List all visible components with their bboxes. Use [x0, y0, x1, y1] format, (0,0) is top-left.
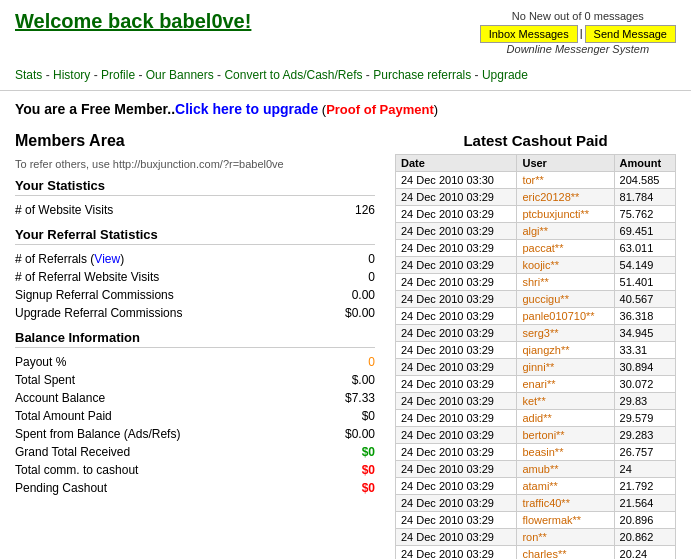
user-cell: adid**: [517, 410, 614, 427]
message-status: No New out of 0 messages: [480, 10, 676, 22]
date-cell: 24 Dec 2010 03:29: [396, 512, 517, 529]
total-comm-label: Total comm. to cashout: [15, 463, 138, 477]
user-cell: bertoni**: [517, 427, 614, 444]
date-cell: 24 Dec 2010 03:29: [396, 308, 517, 325]
right-panel: Latest Cashout Paid Date User Amount 24 …: [395, 132, 676, 559]
total-paid-row: Total Amount Paid $0: [15, 407, 375, 425]
nav-history[interactable]: History: [53, 68, 90, 82]
referral-visits-value: 0: [368, 270, 375, 284]
amount-cell: 21.792: [614, 478, 675, 495]
nav-stats[interactable]: Stats: [15, 68, 42, 82]
free-member-text: You are a Free Member..: [15, 101, 175, 117]
account-balance-row: Account Balance $7.33: [15, 389, 375, 407]
amount-cell: 69.451: [614, 223, 675, 240]
table-row: 24 Dec 2010 03:29 guccigu** 40.567: [396, 291, 676, 308]
table-row: 24 Dec 2010 03:29 atami** 21.792: [396, 478, 676, 495]
referral-visits-row: # of Referral Website Visits 0: [15, 268, 375, 286]
user-link[interactable]: beasin**: [522, 446, 563, 458]
user-link[interactable]: serg3**: [522, 327, 558, 339]
date-cell: 24 Dec 2010 03:29: [396, 529, 517, 546]
user-link[interactable]: adid**: [522, 412, 551, 424]
user-link[interactable]: charles**: [522, 548, 566, 559]
user-link[interactable]: ron**: [522, 531, 546, 543]
cashout-title: Latest Cashout Paid: [395, 132, 676, 149]
user-link[interactable]: shri**: [522, 276, 548, 288]
date-cell: 24 Dec 2010 03:29: [396, 257, 517, 274]
amount-cell: 29.579: [614, 410, 675, 427]
nav-convert[interactable]: Convert to Ads/Cash/Refs: [224, 68, 362, 82]
date-cell: 24 Dec 2010 03:29: [396, 393, 517, 410]
amount-cell: 40.567: [614, 291, 675, 308]
table-row: 24 Dec 2010 03:29 adid** 29.579: [396, 410, 676, 427]
table-row: 24 Dec 2010 03:29 shri** 51.401: [396, 274, 676, 291]
user-cell: amub**: [517, 461, 614, 478]
user-link[interactable]: flowermak**: [522, 514, 581, 526]
send-message-button[interactable]: Send Message: [585, 25, 676, 43]
user-link[interactable]: enari**: [522, 378, 555, 390]
cashout-table-header: Date User Amount: [396, 155, 676, 172]
button-separator: |: [580, 25, 583, 43]
nav-upgrade[interactable]: Upgrade: [482, 68, 528, 82]
referrals-value: 0: [368, 252, 375, 266]
table-row: 24 Dec 2010 03:29 ginni** 30.894: [396, 359, 676, 376]
nav-banners[interactable]: Our Banners: [146, 68, 214, 82]
amount-cell: 26.757: [614, 444, 675, 461]
refer-text: To refer others, use http://buxjunction.…: [15, 158, 375, 170]
user-cell: shri**: [517, 274, 614, 291]
amount-cell: 54.149: [614, 257, 675, 274]
date-cell: 24 Dec 2010 03:29: [396, 478, 517, 495]
amount-cell: 81.784: [614, 189, 675, 206]
nav-purchase[interactable]: Purchase referrals: [373, 68, 471, 82]
user-link[interactable]: panle010710**: [522, 310, 594, 322]
upgrade-comm-row: Upgrade Referral Commissions $0.00: [15, 304, 375, 322]
signup-comm-label: Signup Referral Commissions: [15, 288, 174, 302]
amount-header: Amount: [614, 155, 675, 172]
upgrade-comm-value: $0.00: [345, 306, 375, 320]
message-buttons: Inbox Messages | Send Message: [480, 25, 676, 43]
date-cell: 24 Dec 2010 03:29: [396, 495, 517, 512]
user-link[interactable]: koojic**: [522, 259, 559, 271]
user-link[interactable]: traffic40**: [522, 497, 570, 509]
date-cell: 24 Dec 2010 03:29: [396, 240, 517, 257]
user-link[interactable]: amub**: [522, 463, 558, 475]
table-row: 24 Dec 2010 03:29 koojic** 54.149: [396, 257, 676, 274]
nav-profile[interactable]: Profile: [101, 68, 135, 82]
user-header: User: [517, 155, 614, 172]
user-link[interactable]: atami**: [522, 480, 557, 492]
grand-total-label: Grand Total Received: [15, 445, 130, 459]
date-cell: 24 Dec 2010 03:29: [396, 325, 517, 342]
proof-link[interactable]: Proof of Payment: [326, 102, 434, 117]
upgrade-link[interactable]: Click here to upgrade: [175, 101, 318, 117]
user-link[interactable]: ptcbuxjuncti**: [522, 208, 589, 220]
user-link[interactable]: paccat**: [522, 242, 563, 254]
navigation: Stats - History - Profile - Our Banners …: [0, 60, 691, 91]
user-cell: enari**: [517, 376, 614, 393]
user-link[interactable]: guccigu**: [522, 293, 568, 305]
date-cell: 24 Dec 2010 03:29: [396, 376, 517, 393]
main-content: Members Area To refer others, use http:/…: [0, 127, 691, 559]
user-cell: ron**: [517, 529, 614, 546]
amount-cell: 204.585: [614, 172, 675, 189]
user-cell: paccat**: [517, 240, 614, 257]
user-link[interactable]: ket**: [522, 395, 545, 407]
user-cell: qiangzh**: [517, 342, 614, 359]
amount-cell: 75.762: [614, 206, 675, 223]
table-row: 24 Dec 2010 03:29 ket** 29.83: [396, 393, 676, 410]
user-link[interactable]: ginni**: [522, 361, 554, 373]
amount-cell: 29.83: [614, 393, 675, 410]
referrals-view-link[interactable]: View: [94, 252, 120, 266]
user-cell: tor**: [517, 172, 614, 189]
table-row: 24 Dec 2010 03:29 qiangzh** 33.31: [396, 342, 676, 359]
account-balance-label: Account Balance: [15, 391, 105, 405]
grand-total-row: Grand Total Received $0: [15, 443, 375, 461]
user-link[interactable]: algi**: [522, 225, 548, 237]
date-cell: 24 Dec 2010 03:29: [396, 291, 517, 308]
user-link[interactable]: eric20128**: [522, 191, 579, 203]
user-link[interactable]: tor**: [522, 174, 543, 186]
user-link[interactable]: qiangzh**: [522, 344, 569, 356]
user-link[interactable]: bertoni**: [522, 429, 564, 441]
table-row: 24 Dec 2010 03:29 paccat** 63.011: [396, 240, 676, 257]
website-visits-value: 126: [355, 203, 375, 217]
amount-cell: 20.896: [614, 512, 675, 529]
inbox-button[interactable]: Inbox Messages: [480, 25, 578, 43]
